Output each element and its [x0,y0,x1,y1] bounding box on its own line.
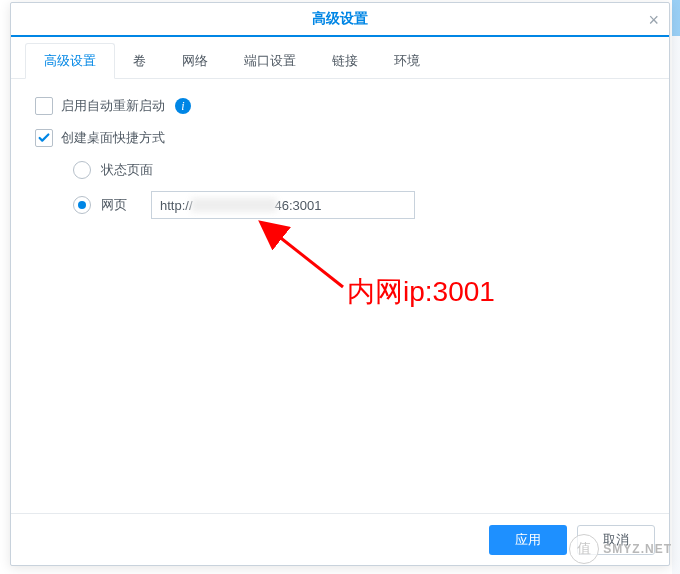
arrow-icon [277,235,343,287]
dialog-content: 启用自动重新启动 i 创建桌面快捷方式 状态页面 网页 http:// 46:3… [11,79,669,513]
url-suffix: 46:3001 [275,198,322,213]
tab-environment[interactable]: 环境 [376,43,438,79]
checkbox-create-shortcut[interactable] [35,129,53,147]
row-auto-restart: 启用自动重新启动 i [35,97,645,115]
label-create-shortcut: 创建桌面快捷方式 [61,129,165,147]
check-icon [37,131,51,145]
dialog-footer: 应用 取消 [11,513,669,565]
close-icon[interactable]: × [648,3,659,37]
cancel-button[interactable]: 取消 [577,525,655,555]
url-masked-segment [191,198,277,212]
url-input[interactable]: http:// 46:3001 [151,191,415,219]
info-icon[interactable]: i [175,98,191,114]
apply-button[interactable]: 应用 [489,525,567,555]
label-status-page: 状态页面 [101,161,153,179]
row-create-shortcut: 创建桌面快捷方式 [35,129,645,147]
row-web-page: 网页 http:// 46:3001 [73,191,645,219]
tab-network[interactable]: 网络 [164,43,226,79]
tab-volume[interactable]: 卷 [115,43,164,79]
annotation-text: 内网ip:3001 [347,276,495,307]
row-status-page: 状态页面 [73,161,645,179]
tab-bar: 高级设置 卷 网络 端口设置 链接 环境 [11,37,669,79]
right-edge-strip [672,0,680,574]
annotation-overlay: 内网ip:3001 [265,231,565,324]
label-web-page: 网页 [101,196,127,214]
shortcut-radio-group: 状态页面 网页 http:// 46:3001 [73,161,645,219]
advanced-settings-dialog: 高级设置 × 高级设置 卷 网络 端口设置 链接 环境 启用自动重新启动 i 创… [10,2,670,566]
dialog-title: 高级设置 [312,10,368,28]
label-auto-restart: 启用自动重新启动 [61,97,165,115]
dialog-titlebar: 高级设置 × [11,3,669,37]
url-prefix: http:// [160,198,193,213]
checkbox-auto-restart[interactable] [35,97,53,115]
tab-advanced[interactable]: 高级设置 [25,43,115,79]
radio-status-page[interactable] [73,161,91,179]
tab-links[interactable]: 链接 [314,43,376,79]
radio-web-page[interactable] [73,196,91,214]
tab-port-settings[interactable]: 端口设置 [226,43,314,79]
